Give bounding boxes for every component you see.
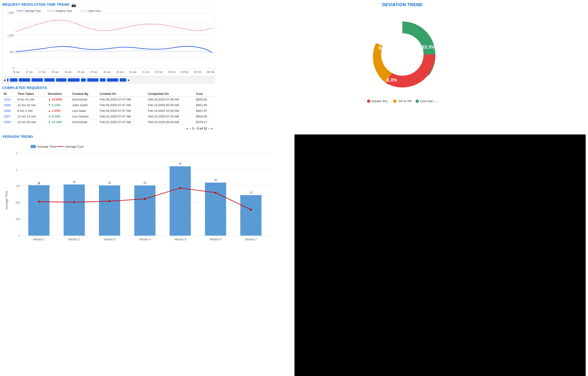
cell-completedon: Feb 20,2020 06:09 AM: [147, 119, 195, 125]
cell-createdby: Juan Justin: [71, 102, 98, 108]
svg-point-59: [73, 201, 75, 203]
x-label-v3: Version 3: [104, 238, 116, 241]
svg-text:31 Jan: 31 Jan: [142, 71, 149, 73]
bottom-row: VERSION TREND Average Time Average Cost …: [0, 132, 588, 376]
col-deviation: Deviation: [46, 91, 71, 97]
cell-id[interactable]: 2309: [2, 102, 16, 108]
col-time: Time Taken: [16, 91, 46, 97]
bar-v6: [205, 183, 226, 236]
legend-label-orange: -5% to 5%: [398, 99, 412, 103]
svg-text:500: 500: [10, 50, 14, 53]
cell-createdon: Feb 04,2020 07:47 AM: [98, 108, 146, 114]
legend-red: Greater tha...: [367, 99, 390, 103]
cell-deviation: ▼ 5.14%: [46, 102, 71, 108]
svg-text:30 Jan: 30 Jan: [104, 71, 110, 73]
svg-text:27 Jan: 27 Jan: [26, 71, 33, 73]
svg-point-58: [38, 201, 40, 203]
next-page-button[interactable]: ›: [209, 126, 210, 131]
svg-text:12: 12: [250, 191, 252, 194]
legend-dot-green: [416, 100, 419, 103]
col-createdon: Created On: [98, 91, 146, 97]
resolution-title-row: REQUEST RESOLUTION TIME TREND 📷: [2, 2, 219, 8]
deviation-title: DEVIATION TREND: [226, 2, 578, 7]
x-label-v7: Version 7: [245, 238, 257, 241]
svg-text:Deadline Time: Deadline Time: [56, 10, 72, 12]
cell-completedon: Feb 25,2020 07:20 AM: [147, 114, 195, 119]
cell-cost: $401.67: [195, 108, 214, 114]
cell-deviation: ▲ 10.85%: [46, 97, 71, 102]
table-row: 2309 11 hrs 42 min ▼ 5.14% Juan Justin F…: [2, 102, 214, 108]
bar-chart-container: Average Time Average Cost Average Time 1…: [2, 141, 285, 245]
first-page-button[interactable]: «: [186, 126, 188, 131]
cell-id[interactable]: 2306: [2, 119, 16, 125]
svg-text:27 Jan: 27 Jan: [39, 71, 46, 73]
svg-text:25: 25: [73, 180, 76, 183]
col-completedon: Completed On: [147, 91, 195, 97]
svg-text:04 Feb: 04 Feb: [181, 71, 189, 73]
main-container: REQUEST RESOLUTION TIME TREND 📷 1,500 1,…: [0, 0, 588, 376]
bar-chart-svg: Average Time Average Cost Average Time 1…: [2, 141, 285, 250]
x-label-v1: Version 1: [33, 238, 45, 241]
cell-completedon: Feb 20,2020 07:48 AM: [147, 97, 195, 102]
table-row: 2307 11 hrs 12 min ▼ 9.19% Leo Charles F…: [2, 114, 214, 119]
top-row: REQUEST RESOLUTION TIME TREND 📷 1,500 1,…: [0, 0, 588, 132]
svg-text:25: 25: [37, 182, 40, 185]
cell-createdby: Kai Emmet: [71, 97, 98, 102]
svg-text:29 Jan: 29 Jan: [77, 71, 84, 73]
cell-createdon: Feb 05,2020 07:47 AM: [98, 102, 146, 108]
svg-text:Average Time: Average Time: [25, 10, 41, 12]
svg-text:Average Time: Average Time: [5, 191, 8, 210]
cell-id[interactable]: 2307: [2, 114, 16, 119]
svg-point-63: [215, 192, 217, 194]
svg-text:Ideal Time: Ideal Time: [89, 10, 101, 12]
svg-text:05 Feb: 05 Feb: [194, 71, 201, 73]
deadline-line: [16, 20, 212, 32]
legend-label-green: Less than -...: [420, 99, 438, 103]
version-trend-panel: VERSION TREND Average Time Average Cost …: [2, 134, 294, 376]
x-label-v5: Version 5: [174, 238, 186, 241]
svg-text:0: 0: [12, 66, 14, 69]
svg-text:25: 25: [108, 181, 111, 184]
cell-time: 8 hrs 2 min: [16, 108, 46, 114]
svg-text:25: 25: [214, 178, 217, 181]
cell-createdon: Feb 02,2020 07:47 AM: [98, 119, 146, 125]
black-panel: [294, 134, 586, 376]
cell-time: 11 hrs 42 min: [16, 102, 46, 108]
pagination: « ‹ 1 – 5 of 12 › »: [2, 125, 214, 132]
svg-text:750: 750: [16, 185, 20, 188]
col-createdby: Created By: [71, 91, 98, 97]
prev-page-button[interactable]: ‹: [190, 126, 191, 131]
timeline-scrubber[interactable]: ◀ ▶: [2, 77, 214, 83]
cell-cost: $351.00: [195, 102, 214, 108]
left-panel: REQUEST RESOLUTION TIME TREND 📷 1,500 1,…: [2, 2, 219, 132]
svg-text:06 Feb: 06 Feb: [207, 71, 214, 73]
svg-text:28 Jan: 28 Jan: [64, 71, 72, 73]
svg-rect-32: [31, 145, 36, 148]
cell-completedon: Feb 24,2020 05:59 AM: [147, 102, 195, 108]
cell-createdby: Levi Isaac: [71, 108, 98, 114]
legend-dot-red: [367, 100, 370, 103]
last-page-button[interactable]: »: [211, 126, 213, 131]
scrubber-start-icon: ◀: [3, 78, 6, 82]
cell-createdon: Feb 03,2020 07:47 AM: [98, 114, 146, 119]
svg-text:01 Feb: 01 Feb: [155, 71, 163, 73]
table-header-row: ID Time Taken Deviation Created By Creat…: [2, 91, 214, 97]
svg-text:1,000: 1,000: [7, 34, 14, 37]
donut-chart: 33.3% 8.3% 58.3%: [360, 12, 445, 97]
completed-requests: COMPLETED REQUESTS ID Time Taken Deviati…: [2, 86, 214, 132]
bar-v3: [99, 185, 120, 236]
svg-text:Average Time: Average Time: [37, 145, 56, 148]
cell-cost: $379.17: [195, 119, 214, 125]
svg-point-61: [144, 198, 146, 200]
cell-id[interactable]: 2310: [2, 97, 16, 102]
line-chart-container: 1,500 1,000 500 0 26 Jan 27 Jan 27 Jan 2…: [2, 8, 214, 76]
cell-id[interactable]: 2308: [2, 108, 16, 114]
resolution-title: REQUEST RESOLUTION TIME TREND: [2, 2, 70, 6]
cell-cost: $303.92: [195, 97, 214, 102]
line-chart-svg: 1,500 1,000 500 0 26 Jan 27 Jan 27 Jan 2…: [3, 8, 215, 77]
donut-hole: [381, 33, 424, 76]
svg-point-60: [109, 200, 110, 202]
cell-cost: $504.00: [195, 114, 214, 119]
legend-label-red: Greater tha...: [371, 99, 390, 103]
svg-text:0: 0: [19, 234, 20, 237]
